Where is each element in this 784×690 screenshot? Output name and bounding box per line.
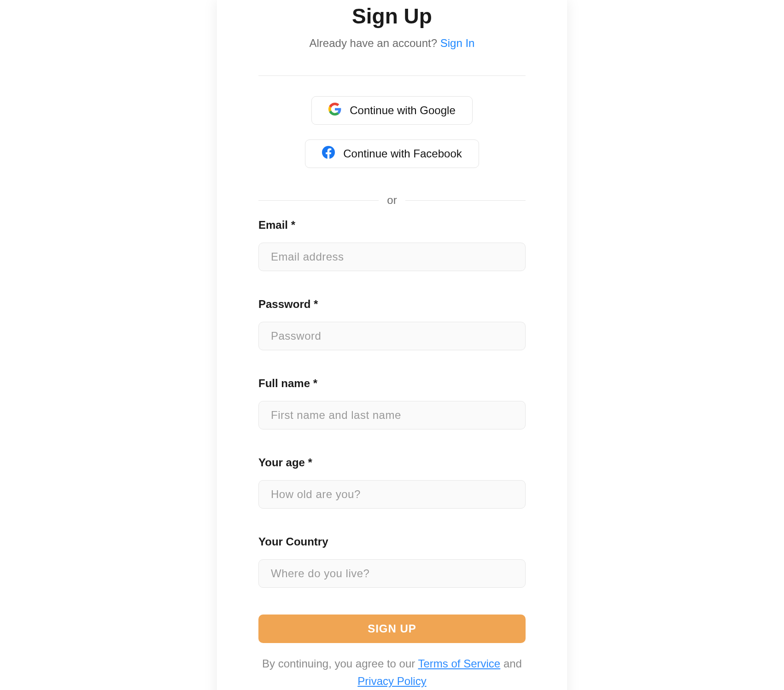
email-label: Email * — [258, 219, 526, 232]
legal-and: and — [503, 657, 522, 670]
page-title: Sign Up — [258, 0, 526, 29]
password-label: Password * — [258, 298, 526, 311]
fullname-field-group: Full name * — [258, 377, 526, 429]
continue-google-button[interactable]: Continue with Google — [311, 96, 472, 125]
divider-line-right — [405, 200, 526, 201]
legal-prefix: By continuing, you agree to our — [262, 657, 418, 670]
legal-text: By continuing, you agree to our Terms of… — [258, 655, 526, 690]
fullname-label: Full name * — [258, 377, 526, 390]
password-field-group: Password * — [258, 298, 526, 350]
age-field-group: Your age * — [258, 456, 526, 509]
country-field-group: Your Country — [258, 535, 526, 588]
country-label: Your Country — [258, 535, 526, 548]
signup-button[interactable]: SIGN UP — [258, 615, 526, 643]
age-input[interactable] — [258, 480, 526, 509]
facebook-button-label: Continue with Facebook — [343, 147, 462, 160]
password-input[interactable] — [258, 322, 526, 350]
facebook-icon — [322, 146, 335, 162]
fullname-input[interactable] — [258, 401, 526, 429]
country-input[interactable] — [258, 559, 526, 588]
privacy-policy-link[interactable]: Privacy Policy — [357, 675, 426, 687]
email-field-group: Email * — [258, 219, 526, 271]
continue-facebook-button[interactable]: Continue with Facebook — [305, 139, 479, 168]
divider-line-top — [258, 75, 526, 76]
signup-card: Sign Up Already have an account? Sign In… — [217, 0, 567, 690]
social-buttons: Continue with Google Continue with Faceb… — [258, 96, 526, 168]
terms-of-service-link[interactable]: Terms of Service — [418, 657, 501, 670]
signin-prompt: Already have an account? Sign In — [258, 37, 526, 50]
divider-text: or — [387, 194, 397, 207]
divider-line-left — [258, 200, 379, 201]
google-icon — [328, 103, 341, 118]
age-label: Your age * — [258, 456, 526, 469]
google-button-label: Continue with Google — [350, 104, 455, 117]
already-have-text: Already have an account? — [310, 37, 440, 49]
or-divider: or — [258, 194, 526, 207]
email-input[interactable] — [258, 243, 526, 271]
signin-link[interactable]: Sign In — [440, 37, 475, 49]
